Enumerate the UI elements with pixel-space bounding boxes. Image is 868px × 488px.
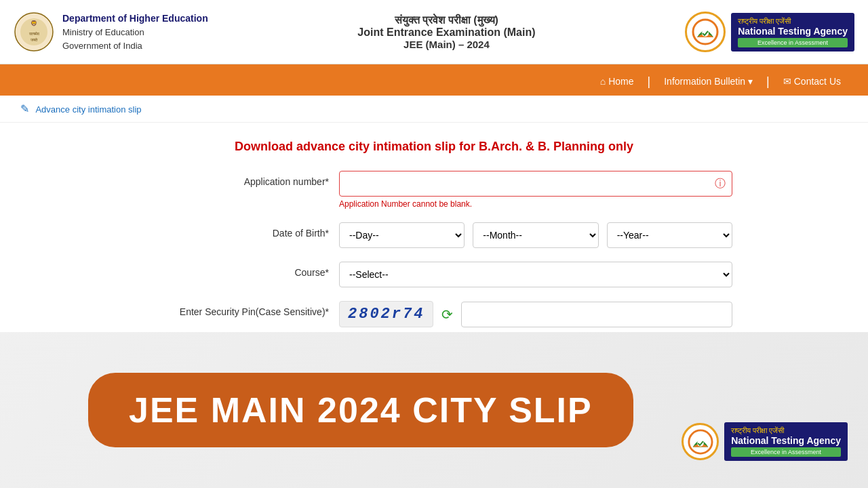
security-row: 2802r74 ⟳ [339,301,732,327]
app-number-label: Application number* [136,171,339,187]
svg-text:🦁: 🦁 [31,20,37,26]
exam-hindi: संयुक्त प्रवेश परीक्षा (मुख्य) [357,14,535,26]
security-pin-row: Enter Security Pin(Case Sensitive)* 2802… [20,301,848,327]
jee-banner: JEE MAIN 2024 CITY SLIP [88,373,633,447]
nta-tagline: Excellence in Assessment [738,38,848,47]
ministry-name: Ministry of Education [62,26,208,39]
dept-name: Department of Higher Education [62,12,208,26]
course-select[interactable]: --Select-- [339,262,732,287]
refresh-captcha-icon[interactable]: ⟳ [441,306,453,323]
bottom-nta-text: राष्ट्रीय परीक्षा एजेंसी National Testin… [724,422,848,461]
bottom-nta-tagline: Excellence in Assessment [731,447,841,457]
dob-day-select[interactable]: --Day-- [339,222,465,248]
error-icon: ⓘ [715,177,726,191]
dept-info: Department of Higher Education Ministry … [62,12,208,52]
bottom-nta-hindi: राष्ट्रीय परीक्षा एजेंसी [731,426,841,435]
home-icon: ⌂ [600,76,606,87]
nta-english: National Testing Agency [738,26,848,37]
bottom-nta-logo: राष्ट्रीय परीक्षा एजेंसी National Testin… [682,422,848,461]
svg-text:सत्यमेव: सत्यमेव [28,31,40,36]
course-row: Course* --Select-- [20,262,848,287]
page-header: 🦁 सत्यमेव जयते Department of Higher Educ… [0,0,868,64]
security-pin-input[interactable] [461,302,732,327]
nav-info-bulletin[interactable]: Information Bulletin ▾ [657,76,760,87]
dob-month-select[interactable]: --Month-- [473,222,598,248]
app-number-error: Application Number cannot be blank. [339,199,732,209]
nav-home-label: Home [608,76,633,87]
nta-hindi: राष्ट्रीय परीक्षा एजेंसी [738,17,848,26]
govt-emblem: 🦁 सत्यमेव जयते [14,12,54,52]
exam-year: JEE (Main) – 2024 [357,39,535,50]
nav-info-label: Information Bulletin [664,76,745,87]
security-pin-label: Enter Security Pin(Case Sensitive)* [136,301,339,317]
jee-banner-text: JEE MAIN 2024 CITY SLIP [129,390,593,430]
app-number-wrapper: ⓘ [339,171,732,197]
nta-logo: राष्ट्रीय परीक्षा एजेंसी National Testin… [685,12,854,52]
dob-selects: --Day-- --Month-- --Year-- [339,222,732,248]
app-number-field: ⓘ Application Number cannot be blank. [339,171,732,209]
breadcrumb-link[interactable]: Advance city intimation slip [35,104,141,115]
page-heading: Download advance city intimation slip fo… [20,140,848,154]
course-label: Course* [136,262,339,278]
security-pin-field: 2802r74 ⟳ [339,301,732,327]
header-right: राष्ट्रीय परीक्षा एजेंसी National Testin… [685,12,854,52]
nav-separator-2: | [766,75,770,89]
dob-year-select[interactable]: --Year-- [607,222,732,248]
bottom-overlay: JEE MAIN 2024 CITY SLIP राष्ट्रीय परीक्ष… [0,332,868,488]
svg-text:जयते: जयते [30,37,38,42]
contact-icon: ✉ [783,76,791,87]
exam-title: संयुक्त प्रवेश परीक्षा (मुख्य) Joint Ent… [357,14,535,50]
dob-field: --Day-- --Month-- --Year-- [339,222,732,248]
bottom-nta-circle [682,423,719,460]
dropdown-icon: ▾ [748,76,753,87]
nta-circle-icon [685,12,726,52]
nav-contact[interactable]: ✉ Contact Us [776,76,848,87]
header-left: 🦁 सत्यमेव जयते Department of Higher Educ… [14,12,208,52]
nav-contact-label: Contact Us [794,76,841,87]
exam-english: Joint Entrance Examination (Main) [357,26,535,39]
breadcrumb: ✎ Advance city intimation slip [0,96,868,123]
breadcrumb-edit-icon: ✎ [20,103,29,115]
course-field: --Select-- [339,262,732,287]
bottom-nta-english: National Testing Agency [731,435,841,446]
dob-row: Date of Birth* --Day-- --Month-- --Year-… [20,222,848,248]
captcha-display: 2802r74 [339,301,433,327]
navbar: ⌂ Home | Information Bulletin ▾ | ✉ Cont… [0,67,868,96]
application-number-input[interactable] [339,171,732,197]
nav-home[interactable]: ⌂ Home [593,76,641,87]
nav-separator-1: | [648,75,651,89]
govt-name: Government of India [62,39,208,53]
dob-label: Date of Birth* [136,222,339,239]
application-number-row: Application number* ⓘ Application Number… [20,171,848,209]
nta-text: राष्ट्रीय परीक्षा एजेंसी National Testin… [731,13,854,52]
